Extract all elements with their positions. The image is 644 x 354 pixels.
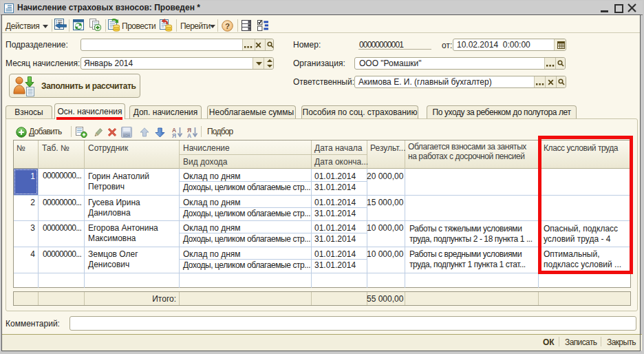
svg-text:А: А: [187, 132, 191, 138]
svg-text:Я: Я: [172, 132, 176, 138]
svg-text:КОН: КОН: [123, 134, 129, 138]
svg-text:?: ?: [225, 22, 230, 30]
